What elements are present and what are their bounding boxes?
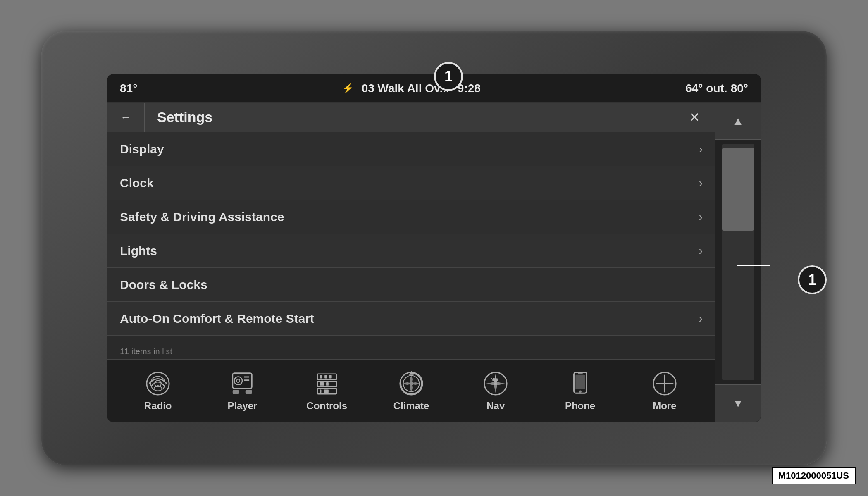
svg-rect-18 (320, 390, 321, 393)
nav-label: Nav (486, 400, 505, 412)
status-left: 81° (120, 82, 137, 95)
back-button[interactable]: ← (107, 103, 145, 132)
more-icon (651, 370, 679, 398)
scroll-track (722, 144, 754, 380)
scroll-down-icon: ▼ (732, 397, 744, 410)
menu-label-clock: Clock (120, 176, 154, 190)
bottom-nav: Radio (107, 359, 715, 422)
radio-label: Radio (144, 400, 172, 412)
nav-climate[interactable]: Climate (378, 365, 444, 416)
svg-rect-8 (233, 390, 239, 394)
nav-radio[interactable]: Radio (125, 365, 191, 416)
svg-rect-6 (244, 377, 250, 378)
menu-item-clock[interactable]: Clock › (107, 166, 715, 200)
scroll-up-icon: ▲ (732, 114, 744, 128)
svg-rect-17 (326, 382, 329, 386)
menu-item-display[interactable]: Display › (107, 132, 715, 166)
svg-point-22 (409, 382, 413, 386)
controls-label: Controls (306, 400, 347, 412)
nav-player[interactable]: Player (209, 365, 275, 416)
outer-bezel: 81° ⚡ 03 Walk All Ov... 9:28 64° out. 80… (41, 31, 827, 465)
menu-label-autoon: Auto-On Comfort & Remote Start (120, 312, 314, 326)
phone-label: Phone (565, 400, 595, 412)
chevron-lights: › (699, 244, 703, 258)
svg-rect-7 (244, 379, 250, 381)
callout-1-bottom: 1 (798, 265, 827, 294)
svg-point-25 (494, 382, 497, 385)
chevron-safety: › (699, 210, 703, 224)
close-button[interactable]: ✕ (674, 103, 715, 132)
svg-rect-9 (246, 390, 252, 394)
svg-rect-34 (578, 373, 583, 374)
svg-rect-14 (324, 375, 327, 379)
menu-label-display: Display (120, 142, 164, 156)
nav-more[interactable]: More (632, 365, 698, 416)
scroll-down-button[interactable]: ▼ (715, 384, 761, 422)
settings-title: Settings (145, 109, 674, 125)
menu-item-autoon[interactable]: Auto-On Comfort & Remote Start › (107, 302, 715, 336)
svg-marker-28 (494, 385, 497, 393)
screen-container: 81° ⚡ 03 Walk All Ov... 9:28 64° out. 80… (107, 74, 761, 422)
chevron-autoon: › (699, 312, 703, 325)
chevron-display: › (699, 143, 703, 156)
outside-temp: 64° out. (685, 82, 727, 95)
menu-label-lights: Lights (120, 244, 157, 258)
nav-nav[interactable]: NW Nav (463, 365, 529, 416)
nav-controls[interactable]: Controls (294, 365, 360, 416)
menu-item-lights[interactable]: Lights › (107, 234, 715, 268)
menu-list: Display › Clock › Safety & Driving Assis… (107, 132, 715, 344)
controls-icon (313, 370, 341, 398)
svg-marker-27 (497, 382, 505, 385)
nav-phone[interactable]: Phone (547, 365, 613, 416)
svg-point-5 (237, 379, 240, 382)
player-icon (228, 370, 256, 398)
svg-text:NW: NW (491, 377, 498, 382)
usb-icon: ⚡ (342, 83, 353, 94)
header-bar: ← Settings ✕ (107, 103, 715, 132)
temp-right: 80° (731, 82, 748, 95)
list-status: 11 items in list (107, 344, 715, 359)
menu-item-doors[interactable]: Doors & Locks › (107, 268, 715, 302)
player-label: Player (227, 400, 257, 412)
climate-icon (397, 370, 425, 398)
scroll-up-button[interactable]: ▲ (715, 103, 761, 140)
phone-icon (566, 370, 594, 398)
menu-label-safety: Safety & Driving Assistance (120, 210, 284, 224)
settings-panel: ← Settings ✕ Display › (107, 103, 715, 422)
radio-icon (144, 370, 172, 398)
svg-rect-13 (320, 375, 322, 379)
callout-1-top: 1 (434, 62, 463, 91)
chevron-doors: › (699, 278, 703, 291)
back-icon: ← (120, 111, 132, 124)
callout-line (737, 265, 770, 266)
temp-left: 81° (120, 82, 137, 95)
svg-rect-15 (329, 375, 332, 379)
menu-item-safety[interactable]: Safety & Driving Assistance › (107, 200, 715, 234)
svg-point-4 (234, 377, 242, 385)
menu-label-doors: Doors & Locks (120, 278, 207, 292)
status-right: 64° out. 80° (685, 82, 748, 95)
svg-point-0 (147, 372, 169, 395)
nav-icon: NW (482, 370, 510, 398)
watermark: M1012000051US (772, 467, 856, 484)
svg-rect-32 (575, 375, 585, 389)
svg-rect-16 (320, 382, 324, 386)
scrollbar: ▲ ▼ (715, 103, 761, 422)
svg-rect-19 (324, 390, 329, 393)
close-icon: ✕ (689, 110, 700, 125)
main-area: ← Settings ✕ Display › (107, 103, 761, 422)
svg-point-33 (579, 390, 582, 393)
more-label: More (653, 400, 676, 412)
svg-marker-29 (486, 382, 494, 385)
climate-label: Climate (393, 400, 429, 412)
scroll-thumb[interactable] (722, 148, 754, 231)
chevron-clock: › (699, 176, 703, 190)
